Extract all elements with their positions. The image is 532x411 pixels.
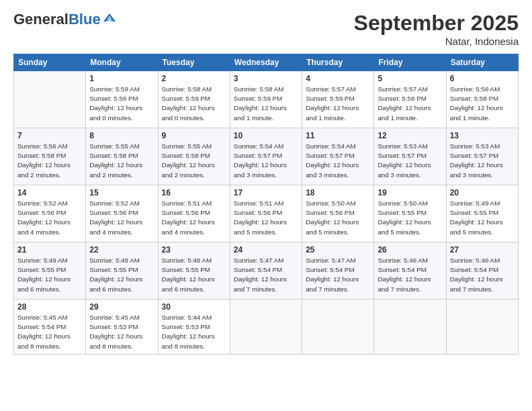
day-info: Sunrise: 5:49 AMSunset: 5:55 PMDaylight:… [17, 256, 82, 294]
col-thursday: Thursday [302, 54, 374, 71]
day-info: Sunrise: 5:51 AMSunset: 5:56 PMDaylight:… [234, 199, 298, 237]
day-info: Sunrise: 5:48 AMSunset: 5:55 PMDaylight:… [89, 256, 154, 294]
table-row: 30Sunrise: 5:44 AMSunset: 5:53 PMDayligh… [158, 300, 230, 355]
day-number: 17 [234, 188, 298, 197]
day-number: 24 [234, 245, 298, 255]
col-sunday: Sunday [14, 54, 86, 71]
table-row: 1Sunrise: 5:59 AMSunset: 5:59 PMDaylight… [86, 71, 158, 128]
table-row: 2Sunrise: 5:58 AMSunset: 5:59 PMDaylight… [158, 71, 230, 128]
day-number: 25 [306, 245, 370, 255]
day-number: 16 [162, 188, 226, 197]
day-info: Sunrise: 5:57 AMSunset: 5:59 PMDaylight:… [306, 85, 370, 123]
day-number: 19 [378, 188, 442, 197]
table-row: 15Sunrise: 5:52 AMSunset: 5:56 PMDayligh… [86, 185, 158, 242]
table-row [230, 300, 302, 355]
day-number: 26 [378, 245, 442, 255]
table-row [302, 300, 374, 355]
day-info: Sunrise: 5:55 AMSunset: 5:58 PMDaylight:… [89, 142, 154, 180]
day-info: Sunrise: 5:45 AMSunset: 5:54 PMDaylight:… [17, 313, 82, 351]
col-monday: Monday [86, 54, 158, 71]
col-wednesday: Wednesday [230, 54, 302, 71]
day-info: Sunrise: 5:52 AMSunset: 5:56 PMDaylight:… [89, 199, 154, 237]
table-row: 7Sunrise: 5:56 AMSunset: 5:58 PMDaylight… [14, 128, 86, 185]
table-row: 8Sunrise: 5:55 AMSunset: 5:58 PMDaylight… [86, 128, 158, 185]
table-row: 3Sunrise: 5:58 AMSunset: 5:59 PMDaylight… [230, 71, 302, 128]
day-number: 7 [17, 131, 82, 140]
logo: General Blue [13, 11, 117, 28]
table-row [374, 300, 446, 355]
day-info: Sunrise: 5:46 AMSunset: 5:54 PMDaylight:… [450, 256, 515, 294]
day-number: 21 [17, 245, 82, 255]
day-info: Sunrise: 5:54 AMSunset: 5:57 PMDaylight:… [234, 142, 298, 180]
title-section: September 2025 Natar, Indonesia [354, 11, 519, 47]
day-number: 29 [89, 302, 154, 312]
logo-blue: Blue [69, 11, 101, 28]
day-number: 28 [17, 302, 82, 312]
table-row: 24Sunrise: 5:47 AMSunset: 5:54 PMDayligh… [230, 242, 302, 300]
day-info: Sunrise: 5:52 AMSunset: 5:56 PMDaylight:… [17, 199, 82, 237]
day-number: 27 [450, 245, 515, 255]
table-row [14, 71, 86, 128]
table-row: 26Sunrise: 5:46 AMSunset: 5:54 PMDayligh… [374, 242, 446, 300]
day-number: 1 [89, 74, 154, 83]
day-info: Sunrise: 5:50 AMSunset: 5:55 PMDaylight:… [378, 199, 442, 237]
table-row [446, 300, 518, 355]
day-number: 6 [450, 74, 515, 83]
day-number: 5 [378, 74, 442, 83]
day-info: Sunrise: 5:46 AMSunset: 5:54 PMDaylight:… [378, 256, 442, 294]
day-info: Sunrise: 5:53 AMSunset: 5:57 PMDaylight:… [450, 142, 515, 180]
day-info: Sunrise: 5:59 AMSunset: 5:59 PMDaylight:… [89, 85, 154, 123]
day-number: 20 [450, 188, 515, 197]
day-number: 23 [162, 245, 226, 255]
logo-general: General [13, 11, 69, 28]
day-info: Sunrise: 5:51 AMSunset: 5:56 PMDaylight:… [162, 199, 226, 237]
table-row: 18Sunrise: 5:50 AMSunset: 5:56 PMDayligh… [302, 185, 374, 242]
table-row: 23Sunrise: 5:48 AMSunset: 5:55 PMDayligh… [158, 242, 230, 300]
calendar-table: Sunday Monday Tuesday Wednesday Thursday… [13, 54, 519, 355]
table-row: 4Sunrise: 5:57 AMSunset: 5:59 PMDaylight… [302, 71, 374, 128]
table-row: 16Sunrise: 5:51 AMSunset: 5:56 PMDayligh… [158, 185, 230, 242]
table-row: 22Sunrise: 5:48 AMSunset: 5:55 PMDayligh… [86, 242, 158, 300]
day-number: 4 [306, 74, 370, 83]
day-info: Sunrise: 5:47 AMSunset: 5:54 PMDaylight:… [234, 256, 298, 294]
day-number: 13 [450, 131, 515, 140]
day-info: Sunrise: 5:58 AMSunset: 5:59 PMDaylight:… [162, 85, 226, 123]
day-number: 2 [162, 74, 226, 83]
table-row: 9Sunrise: 5:55 AMSunset: 5:58 PMDaylight… [158, 128, 230, 185]
day-info: Sunrise: 5:47 AMSunset: 5:54 PMDaylight:… [306, 256, 370, 294]
table-row: 29Sunrise: 5:45 AMSunset: 5:53 PMDayligh… [86, 300, 158, 355]
table-row: 17Sunrise: 5:51 AMSunset: 5:56 PMDayligh… [230, 185, 302, 242]
table-row: 19Sunrise: 5:50 AMSunset: 5:55 PMDayligh… [374, 185, 446, 242]
day-number: 12 [378, 131, 442, 140]
day-number: 11 [306, 131, 370, 140]
page: General Blue September 2025 Natar, Indon… [0, 0, 532, 411]
day-info: Sunrise: 5:49 AMSunset: 5:55 PMDaylight:… [450, 199, 515, 237]
day-info: Sunrise: 5:53 AMSunset: 5:57 PMDaylight:… [378, 142, 442, 180]
day-info: Sunrise: 5:48 AMSunset: 5:55 PMDaylight:… [162, 256, 226, 294]
day-number: 8 [89, 131, 154, 140]
col-tuesday: Tuesday [158, 54, 230, 71]
table-row: 11Sunrise: 5:54 AMSunset: 5:57 PMDayligh… [302, 128, 374, 185]
table-row: 14Sunrise: 5:52 AMSunset: 5:56 PMDayligh… [14, 185, 86, 242]
table-row: 12Sunrise: 5:53 AMSunset: 5:57 PMDayligh… [374, 128, 446, 185]
day-number: 18 [306, 188, 370, 197]
table-row: 20Sunrise: 5:49 AMSunset: 5:55 PMDayligh… [446, 185, 518, 242]
table-row: 13Sunrise: 5:53 AMSunset: 5:57 PMDayligh… [446, 128, 518, 185]
day-number: 30 [162, 302, 226, 312]
day-number: 22 [89, 245, 154, 255]
day-info: Sunrise: 5:56 AMSunset: 5:58 PMDaylight:… [17, 142, 82, 180]
day-info: Sunrise: 5:55 AMSunset: 5:58 PMDaylight:… [162, 142, 226, 180]
table-row: 25Sunrise: 5:47 AMSunset: 5:54 PMDayligh… [302, 242, 374, 300]
day-number: 10 [234, 131, 298, 140]
day-number: 9 [162, 131, 226, 140]
table-row: 27Sunrise: 5:46 AMSunset: 5:54 PMDayligh… [446, 242, 518, 300]
month-title: September 2025 [354, 11, 519, 36]
table-row: 5Sunrise: 5:57 AMSunset: 5:58 PMDaylight… [374, 71, 446, 128]
table-row: 10Sunrise: 5:54 AMSunset: 5:57 PMDayligh… [230, 128, 302, 185]
header: General Blue September 2025 Natar, Indon… [13, 11, 519, 47]
day-info: Sunrise: 5:44 AMSunset: 5:53 PMDaylight:… [162, 313, 226, 351]
day-info: Sunrise: 5:56 AMSunset: 5:58 PMDaylight:… [450, 85, 515, 123]
logo-icon [102, 12, 117, 24]
table-row: 21Sunrise: 5:49 AMSunset: 5:55 PMDayligh… [14, 242, 86, 300]
day-number: 14 [17, 188, 82, 197]
